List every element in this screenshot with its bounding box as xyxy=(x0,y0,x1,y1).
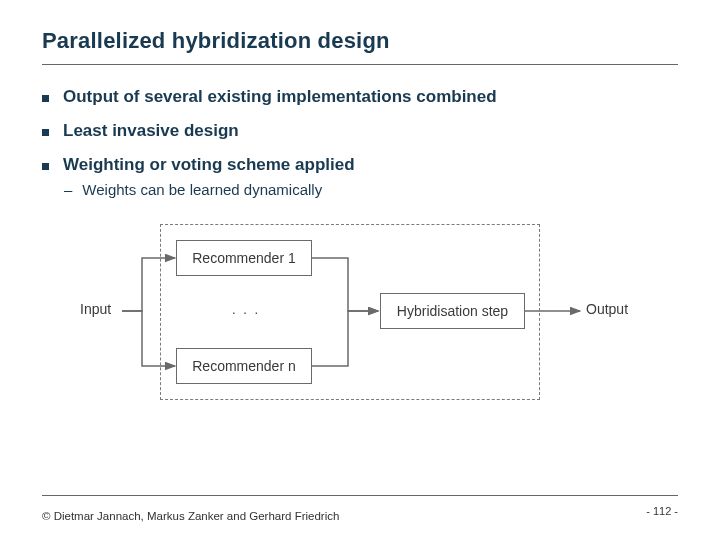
diagram-ellipsis: . . . xyxy=(232,302,260,317)
slide: Parallelized hybridization design Output… xyxy=(0,0,720,540)
square-bullet-icon xyxy=(42,95,49,102)
diagram-hybridisation-step: Hybridisation step xyxy=(380,293,525,329)
bullet-text: Weighting or voting scheme applied xyxy=(63,155,355,175)
square-bullet-icon xyxy=(42,129,49,136)
sub-bullet-text: Weights can be learned dynamically xyxy=(82,181,322,198)
box-label: Recommender 1 xyxy=(192,250,296,266)
box-label: Recommender n xyxy=(192,358,296,374)
diagram-input-label: Input xyxy=(80,301,111,317)
copyright: © Dietmar Jannach, Markus Zanker and Ger… xyxy=(42,510,678,522)
bullet-list: Output of several existing implementatio… xyxy=(42,87,678,198)
page-number: - 112 - xyxy=(646,505,678,517)
bullet-item: Weighting or voting scheme applied xyxy=(42,155,678,175)
box-label: Hybridisation step xyxy=(397,303,508,319)
diagram-output-label: Output xyxy=(586,301,628,317)
diagram-recommender-n: Recommender n xyxy=(176,348,312,384)
diagram: Input Recommender 1 . . . Recommender n … xyxy=(80,216,640,406)
sub-bullet-item: – Weights can be learned dynamically xyxy=(64,181,678,198)
divider-top xyxy=(42,64,678,65)
dash-bullet-icon: – xyxy=(64,181,72,198)
diagram-recommender-1: Recommender 1 xyxy=(176,240,312,276)
slide-title: Parallelized hybridization design xyxy=(42,28,678,54)
divider-bottom xyxy=(42,495,678,496)
bullet-item: Output of several existing implementatio… xyxy=(42,87,678,107)
bullet-text: Least invasive design xyxy=(63,121,239,141)
bullet-item: Least invasive design xyxy=(42,121,678,141)
footer: © Dietmar Jannach, Markus Zanker and Ger… xyxy=(42,495,678,522)
square-bullet-icon xyxy=(42,163,49,170)
bullet-text: Output of several existing implementatio… xyxy=(63,87,497,107)
